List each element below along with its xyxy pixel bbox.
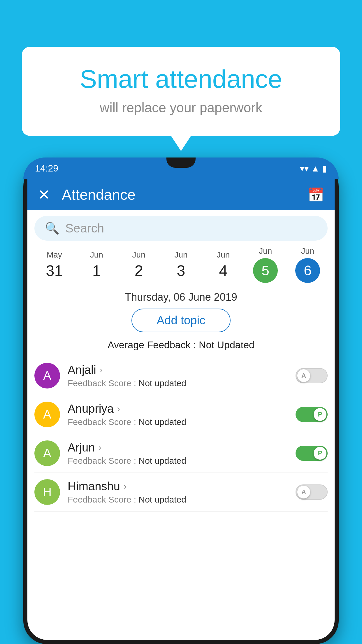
calendar-day-6[interactable]: Jun6 xyxy=(287,246,329,283)
search-icon: 🔍 xyxy=(45,221,59,235)
search-placeholder: Search xyxy=(65,221,104,235)
toggle-knob-0: A xyxy=(297,369,310,382)
calendar-icon[interactable]: 📅 xyxy=(307,187,324,203)
phone-frame: 14:29 ▾▾ ▲ ▮ ✕ Attendance 📅 🔍 Search May… xyxy=(23,158,339,644)
close-button[interactable]: ✕ xyxy=(38,186,50,203)
cal-date-2: 2 xyxy=(118,262,160,279)
toggle-knob-1: P xyxy=(314,408,326,421)
calendar-day-4[interactable]: Jun4 xyxy=(202,250,244,279)
student-item-0[interactable]: AAnjali›Feedback Score : Not updatedA xyxy=(34,356,328,395)
attendance-toggle-0[interactable]: A xyxy=(296,368,328,383)
cal-month-1: Jun xyxy=(75,250,118,260)
student-info-1: Anupriya›Feedback Score : Not updated xyxy=(68,402,290,427)
calendar-day-2[interactable]: Jun2 xyxy=(118,250,160,279)
calendar-day-5[interactable]: Jun5 xyxy=(244,246,287,283)
cal-month-3: Jun xyxy=(160,250,202,260)
cal-date-1: 1 xyxy=(75,262,118,279)
cal-month-5: Jun xyxy=(244,246,287,256)
status-time: 14:29 xyxy=(35,163,58,174)
student-feedback-0: Feedback Score : Not updated xyxy=(68,378,290,388)
toggle-wrap-0[interactable]: A xyxy=(296,368,328,383)
student-avatar-0: A xyxy=(34,363,60,388)
status-bar: 14:29 ▾▾ ▲ ▮ xyxy=(23,158,339,179)
cal-month-0: May xyxy=(33,250,75,260)
calendar-day-0[interactable]: May31 xyxy=(33,250,75,279)
student-name-2: Arjun› xyxy=(68,441,290,454)
calendar-day-1[interactable]: Jun1 xyxy=(75,250,118,279)
student-item-1[interactable]: AAnupriya›Feedback Score : Not updatedP xyxy=(34,395,328,434)
attendance-toggle-1[interactable]: P xyxy=(296,407,328,422)
cal-date-3: 3 xyxy=(160,262,202,279)
app-header: ✕ Attendance 📅 xyxy=(27,179,335,210)
status-icons: ▾▾ ▲ ▮ xyxy=(300,163,327,174)
chevron-icon-1: › xyxy=(117,404,120,414)
cal-month-6: Jun xyxy=(287,246,329,256)
cal-date-6: 6 xyxy=(295,258,320,283)
toggle-wrap-1[interactable]: P xyxy=(296,407,328,422)
toggle-knob-3: A xyxy=(297,486,310,498)
avg-feedback-value: Not Updated xyxy=(199,339,254,350)
student-avatar-2: A xyxy=(34,440,60,466)
chevron-icon-3: › xyxy=(124,481,126,491)
wifi-icon: ▾▾ xyxy=(300,163,309,174)
speech-bubble-headline: Smart attendance xyxy=(36,64,326,94)
add-topic-button[interactable]: Add topic xyxy=(131,309,231,332)
calendar-day-3[interactable]: Jun3 xyxy=(160,250,202,279)
student-avatar-3: H xyxy=(34,479,60,505)
signal-icon: ▲ xyxy=(311,164,320,174)
search-bar[interactable]: 🔍 Search xyxy=(34,216,328,241)
student-item-3[interactable]: HHimanshu›Feedback Score : Not updatedA xyxy=(34,473,328,512)
student-name-0: Anjali› xyxy=(68,363,290,377)
attendance-toggle-3[interactable]: A xyxy=(296,484,328,500)
chevron-icon-2: › xyxy=(98,442,101,452)
student-info-2: Arjun›Feedback Score : Not updated xyxy=(68,441,290,466)
battery-icon: ▮ xyxy=(322,163,327,174)
student-feedback-2: Feedback Score : Not updated xyxy=(68,456,290,466)
speech-bubble: Smart attendance will replace your paper… xyxy=(22,47,340,136)
cal-date-4: 4 xyxy=(202,262,244,279)
calendar-row: May31Jun1Jun2Jun3Jun4Jun5Jun6 xyxy=(27,246,335,283)
student-name-1: Anupriya› xyxy=(68,402,290,415)
toggle-wrap-2[interactable]: P xyxy=(296,446,328,461)
chevron-icon-0: › xyxy=(100,365,103,375)
cal-month-4: Jun xyxy=(202,250,244,260)
student-item-2[interactable]: AArjun›Feedback Score : Not updatedP xyxy=(34,434,328,473)
student-feedback-1: Feedback Score : Not updated xyxy=(68,417,290,427)
speech-bubble-subtext: will replace your paperwork xyxy=(36,100,326,116)
notch xyxy=(166,158,196,168)
cal-month-2: Jun xyxy=(118,250,160,260)
attendance-toggle-2[interactable]: P xyxy=(296,446,328,461)
student-name-3: Himanshu› xyxy=(68,480,290,493)
student-avatar-1: A xyxy=(34,402,60,427)
student-feedback-3: Feedback Score : Not updated xyxy=(68,495,290,505)
app-title: Attendance xyxy=(62,186,307,203)
student-info-3: Himanshu›Feedback Score : Not updated xyxy=(68,480,290,505)
avg-feedback-prefix: Average Feedback : xyxy=(108,339,199,350)
student-list: AAnjali›Feedback Score : Not updatedAAAn… xyxy=(27,356,335,512)
phone-screen: ✕ Attendance 📅 🔍 Search May31Jun1Jun2Jun… xyxy=(27,179,335,640)
cal-date-0: 31 xyxy=(33,262,75,279)
avg-feedback: Average Feedback : Not Updated xyxy=(27,339,335,351)
student-info-0: Anjali›Feedback Score : Not updated xyxy=(68,363,290,388)
toggle-knob-2: P xyxy=(314,447,326,460)
toggle-wrap-3[interactable]: A xyxy=(296,484,328,500)
cal-date-5: 5 xyxy=(253,258,278,283)
selected-date-label: Thursday, 06 June 2019 xyxy=(27,291,335,303)
